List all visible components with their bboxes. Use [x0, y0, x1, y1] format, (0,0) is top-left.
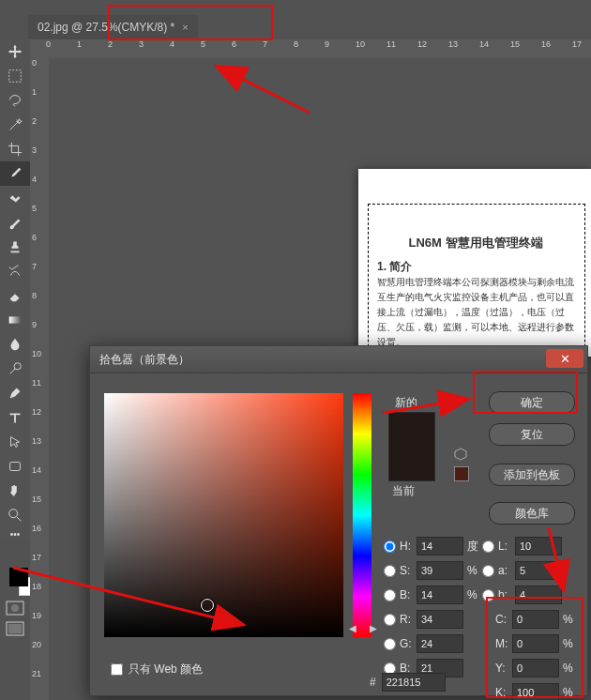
pen-tool-icon[interactable] [0, 381, 30, 405]
ok-button[interactable]: 确定 [489, 391, 575, 414]
wand-tool-icon[interactable] [0, 113, 30, 137]
doc-heading-1: 1. 简介 [377, 259, 574, 275]
lib-button-label: 颜色库 [515, 506, 549, 522]
closest-web-swatch[interactable] [454, 466, 469, 481]
b-input[interactable] [515, 586, 562, 604]
eyedropper-tool-icon[interactable] [0, 161, 30, 186]
heal-tool-icon[interactable] [0, 186, 30, 210]
eraser-tool-icon[interactable] [0, 283, 30, 308]
zoom-tool-icon[interactable] [0, 503, 30, 527]
dodge-tool-icon[interactable] [0, 357, 30, 381]
red-label: R: [400, 613, 417, 626]
document-tab-label: 02.jpg @ 27.5%(CMYK/8) * [38, 21, 174, 34]
web-only-checkbox[interactable] [111, 663, 123, 676]
hex-label: # [370, 676, 376, 689]
hex-input[interactable] [382, 673, 446, 692]
color-field[interactable] [104, 393, 343, 637]
l-input[interactable] [515, 537, 562, 555]
reset-button-label: 复位 [521, 427, 543, 443]
lab-group: L: a: b: [482, 534, 562, 607]
shape-tool-icon[interactable] [0, 454, 30, 479]
close-dialog-button[interactable]: ✕ [546, 349, 583, 368]
k-label: K: [495, 686, 512, 699]
svg-rect-3 [10, 463, 21, 471]
bri-unit: % [467, 588, 477, 601]
blur-tool-icon[interactable] [0, 332, 30, 357]
hue-input[interactable] [417, 537, 463, 555]
marquee-tool-icon[interactable] [0, 64, 30, 88]
k-pct: % [563, 686, 573, 699]
l-radio[interactable] [482, 540, 494, 553]
y-label: Y: [495, 662, 512, 675]
color-libraries-button[interactable]: 颜色库 [489, 502, 575, 525]
svg-point-4 [9, 510, 18, 518]
current-color-swatch [389, 447, 434, 480]
sat-input[interactable] [417, 561, 463, 580]
stamp-tool-icon[interactable] [0, 235, 30, 259]
k-input[interactable] [512, 683, 559, 700]
gradient-tool-icon[interactable] [0, 308, 30, 332]
sat-unit: % [467, 564, 477, 577]
hue-strip-slider[interactable] [353, 393, 371, 637]
m-label: M: [495, 637, 512, 650]
sat-radio[interactable] [384, 565, 396, 577]
hue-radio[interactable] [384, 540, 396, 553]
foreground-swatch[interactable] [9, 568, 28, 586]
tools-panel: ••• [0, 39, 30, 540]
bri-radio[interactable] [384, 589, 396, 601]
color-field-cursor-icon [201, 599, 214, 612]
c-input[interactable] [512, 610, 559, 629]
red-input[interactable] [417, 610, 463, 629]
history-brush-tool-icon[interactable] [0, 259, 30, 283]
document-tab[interactable]: 02.jpg @ 27.5%(CMYK/8) * × [28, 15, 198, 39]
a-label: a: [498, 564, 515, 577]
hand-tool-icon[interactable] [0, 479, 30, 503]
add-to-swatches-button[interactable]: 添加到色板 [489, 464, 575, 486]
red-radio[interactable] [384, 614, 396, 626]
y-pct: % [563, 662, 573, 675]
m-pct: % [563, 637, 573, 650]
svg-point-6 [11, 604, 19, 612]
new-color-label: 新的 [395, 395, 417, 411]
gamut-warning-icon[interactable] [454, 448, 467, 461]
b-radio[interactable] [482, 589, 494, 601]
hex-group: # [370, 673, 446, 692]
ellipsis-icon[interactable]: ••• [0, 527, 30, 540]
crop-tool-icon[interactable] [0, 137, 30, 161]
ruler-vertical: 0123456789101112131415161718192021 [30, 58, 49, 700]
brush-tool-icon[interactable] [0, 210, 30, 235]
bri-label: B: [400, 588, 417, 601]
b-label: b: [498, 588, 515, 601]
hue-slider-thumb-icon: ◀ ▶ [349, 623, 377, 633]
screen-mode-icon[interactable] [6, 621, 24, 639]
svg-rect-0 [9, 70, 22, 83]
web-only-row: 只有 Web 颜色 [107, 661, 203, 678]
doc-title: LN6M 智慧用电管理终端 [377, 235, 574, 251]
color-picker-dialog: 拾色器（前景色） ✕ ◀ ▶ 新的 当前 确定 复位 添加到色板 颜色库 H:度… [89, 345, 588, 696]
cmyk-group: C:% M:% Y:% K:% [495, 607, 573, 700]
lasso-tool-icon[interactable] [0, 88, 30, 113]
dialog-title-text: 拾色器（前景色） [99, 352, 189, 368]
l-label: L: [498, 540, 515, 553]
text-tool-icon[interactable] [0, 405, 30, 430]
path-select-tool-icon[interactable] [0, 430, 30, 454]
y-input[interactable] [512, 659, 559, 677]
current-color-label: 当前 [392, 483, 415, 499]
bri-input[interactable] [417, 586, 463, 604]
quick-mask-icon[interactable] [6, 601, 24, 618]
rgb-group: R: G: B: [384, 607, 463, 680]
a-input[interactable] [515, 561, 562, 580]
close-tab-icon[interactable]: × [182, 22, 188, 33]
c-label: C: [495, 613, 512, 626]
web-only-label: 只有 Web 颜色 [129, 662, 203, 677]
add-button-label: 添加到色板 [504, 467, 560, 483]
green-radio[interactable] [384, 638, 396, 650]
svg-point-2 [14, 363, 21, 370]
m-input[interactable] [512, 634, 559, 653]
hue-unit: 度 [467, 539, 478, 555]
svg-rect-1 [9, 316, 22, 323]
reset-button[interactable]: 复位 [489, 423, 575, 446]
move-tool-icon[interactable] [0, 39, 30, 64]
green-input[interactable] [417, 634, 463, 653]
a-radio[interactable] [482, 565, 494, 577]
